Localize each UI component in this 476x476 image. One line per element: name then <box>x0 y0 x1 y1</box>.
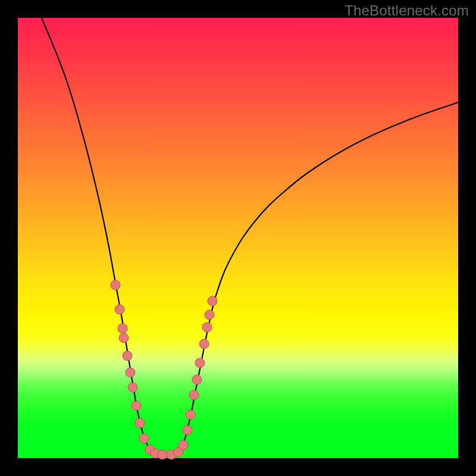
data-dot <box>195 358 205 368</box>
data-dot <box>111 280 120 290</box>
data-dot <box>208 296 217 306</box>
data-dot <box>118 324 127 333</box>
data-dot <box>123 351 132 361</box>
data-dot <box>115 305 124 314</box>
watermark-text: TheBottleneck.com <box>345 2 469 19</box>
data-dot <box>189 390 199 400</box>
curve-right-branch <box>180 102 458 453</box>
data-dot <box>199 339 209 349</box>
data-dot <box>139 434 149 443</box>
data-dot <box>205 310 214 320</box>
data-dot <box>128 383 137 392</box>
data-dot <box>119 333 129 343</box>
gradient-plot-area <box>18 18 458 458</box>
data-dot <box>202 322 212 332</box>
data-dot <box>126 368 135 377</box>
data-dot <box>158 450 167 459</box>
data-dot <box>178 440 188 450</box>
data-dot <box>131 401 141 411</box>
data-dot <box>183 425 192 435</box>
data-dot <box>135 418 145 428</box>
chart-frame: TheBottleneck.com <box>0 0 476 476</box>
data-dot <box>186 410 195 419</box>
data-dots-group <box>111 280 217 459</box>
data-dot <box>192 375 202 384</box>
bottleneck-curve-svg <box>18 18 458 458</box>
